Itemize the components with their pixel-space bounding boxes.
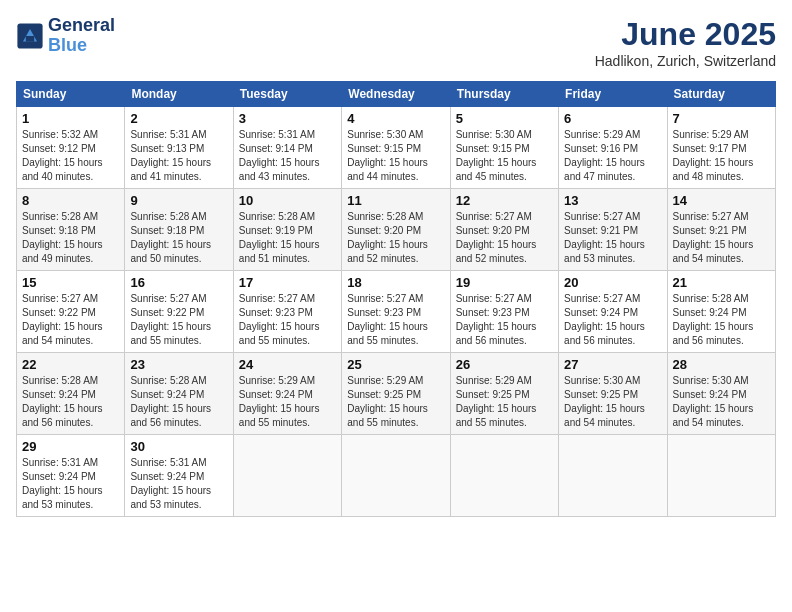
calendar-cell: 1Sunrise: 5:32 AM Sunset: 9:12 PM Daylig…: [17, 107, 125, 189]
day-number: 24: [239, 357, 336, 372]
day-number: 25: [347, 357, 444, 372]
logo-icon: [16, 22, 44, 50]
day-number: 13: [564, 193, 661, 208]
day-number: 21: [673, 275, 770, 290]
calendar-cell: [342, 435, 450, 517]
day-info: Sunrise: 5:28 AM Sunset: 9:24 PM Dayligh…: [130, 374, 227, 430]
day-info: Sunrise: 5:27 AM Sunset: 9:23 PM Dayligh…: [456, 292, 553, 348]
day-number: 9: [130, 193, 227, 208]
logo: General Blue: [16, 16, 115, 56]
calendar-table: SundayMondayTuesdayWednesdayThursdayFrid…: [16, 81, 776, 517]
calendar-cell: 27Sunrise: 5:30 AM Sunset: 9:25 PM Dayli…: [559, 353, 667, 435]
calendar-cell: 20Sunrise: 5:27 AM Sunset: 9:24 PM Dayli…: [559, 271, 667, 353]
calendar-cell: 23Sunrise: 5:28 AM Sunset: 9:24 PM Dayli…: [125, 353, 233, 435]
day-number: 17: [239, 275, 336, 290]
day-number: 22: [22, 357, 119, 372]
day-info: Sunrise: 5:29 AM Sunset: 9:25 PM Dayligh…: [456, 374, 553, 430]
day-number: 18: [347, 275, 444, 290]
day-info: Sunrise: 5:29 AM Sunset: 9:25 PM Dayligh…: [347, 374, 444, 430]
calendar-cell: 25Sunrise: 5:29 AM Sunset: 9:25 PM Dayli…: [342, 353, 450, 435]
calendar-cell: [667, 435, 775, 517]
calendar-cell: 14Sunrise: 5:27 AM Sunset: 9:21 PM Dayli…: [667, 189, 775, 271]
day-number: 12: [456, 193, 553, 208]
day-number: 16: [130, 275, 227, 290]
day-number: 14: [673, 193, 770, 208]
day-number: 1: [22, 111, 119, 126]
page-header: General Blue June 2025 Hadlikon, Zurich,…: [16, 16, 776, 69]
day-number: 11: [347, 193, 444, 208]
calendar-cell: 11Sunrise: 5:28 AM Sunset: 9:20 PM Dayli…: [342, 189, 450, 271]
day-info: Sunrise: 5:30 AM Sunset: 9:24 PM Dayligh…: [673, 374, 770, 430]
calendar-cell: [559, 435, 667, 517]
weekday-header-wednesday: Wednesday: [342, 82, 450, 107]
calendar-cell: 16Sunrise: 5:27 AM Sunset: 9:22 PM Dayli…: [125, 271, 233, 353]
day-info: Sunrise: 5:27 AM Sunset: 9:23 PM Dayligh…: [347, 292, 444, 348]
calendar-cell: 29Sunrise: 5:31 AM Sunset: 9:24 PM Dayli…: [17, 435, 125, 517]
day-info: Sunrise: 5:27 AM Sunset: 9:22 PM Dayligh…: [130, 292, 227, 348]
calendar-cell: 18Sunrise: 5:27 AM Sunset: 9:23 PM Dayli…: [342, 271, 450, 353]
calendar-week-5: 29Sunrise: 5:31 AM Sunset: 9:24 PM Dayli…: [17, 435, 776, 517]
calendar-week-1: 1Sunrise: 5:32 AM Sunset: 9:12 PM Daylig…: [17, 107, 776, 189]
day-info: Sunrise: 5:28 AM Sunset: 9:18 PM Dayligh…: [22, 210, 119, 266]
day-number: 15: [22, 275, 119, 290]
day-number: 20: [564, 275, 661, 290]
day-number: 3: [239, 111, 336, 126]
day-number: 27: [564, 357, 661, 372]
logo-line1: General: [48, 16, 115, 36]
calendar-cell: 19Sunrise: 5:27 AM Sunset: 9:23 PM Dayli…: [450, 271, 558, 353]
logo-line2: Blue: [48, 36, 115, 56]
calendar-cell: 7Sunrise: 5:29 AM Sunset: 9:17 PM Daylig…: [667, 107, 775, 189]
calendar-cell: 30Sunrise: 5:31 AM Sunset: 9:24 PM Dayli…: [125, 435, 233, 517]
calendar-subtitle: Hadlikon, Zurich, Switzerland: [595, 53, 776, 69]
day-number: 10: [239, 193, 336, 208]
day-number: 30: [130, 439, 227, 454]
calendar-cell: 28Sunrise: 5:30 AM Sunset: 9:24 PM Dayli…: [667, 353, 775, 435]
day-number: 26: [456, 357, 553, 372]
day-info: Sunrise: 5:28 AM Sunset: 9:24 PM Dayligh…: [22, 374, 119, 430]
day-info: Sunrise: 5:29 AM Sunset: 9:24 PM Dayligh…: [239, 374, 336, 430]
day-number: 7: [673, 111, 770, 126]
calendar-cell: 24Sunrise: 5:29 AM Sunset: 9:24 PM Dayli…: [233, 353, 341, 435]
day-info: Sunrise: 5:31 AM Sunset: 9:24 PM Dayligh…: [22, 456, 119, 512]
calendar-cell: 12Sunrise: 5:27 AM Sunset: 9:20 PM Dayli…: [450, 189, 558, 271]
weekday-header-saturday: Saturday: [667, 82, 775, 107]
day-info: Sunrise: 5:27 AM Sunset: 9:20 PM Dayligh…: [456, 210, 553, 266]
calendar-cell: 6Sunrise: 5:29 AM Sunset: 9:16 PM Daylig…: [559, 107, 667, 189]
calendar-cell: [450, 435, 558, 517]
day-info: Sunrise: 5:31 AM Sunset: 9:13 PM Dayligh…: [130, 128, 227, 184]
weekday-header-thursday: Thursday: [450, 82, 558, 107]
day-info: Sunrise: 5:28 AM Sunset: 9:18 PM Dayligh…: [130, 210, 227, 266]
day-number: 28: [673, 357, 770, 372]
calendar-title: June 2025: [595, 16, 776, 53]
calendar-cell: [233, 435, 341, 517]
calendar-cell: 5Sunrise: 5:30 AM Sunset: 9:15 PM Daylig…: [450, 107, 558, 189]
day-info: Sunrise: 5:27 AM Sunset: 9:24 PM Dayligh…: [564, 292, 661, 348]
day-info: Sunrise: 5:29 AM Sunset: 9:17 PM Dayligh…: [673, 128, 770, 184]
day-info: Sunrise: 5:27 AM Sunset: 9:22 PM Dayligh…: [22, 292, 119, 348]
day-number: 4: [347, 111, 444, 126]
day-info: Sunrise: 5:27 AM Sunset: 9:23 PM Dayligh…: [239, 292, 336, 348]
calendar-cell: 22Sunrise: 5:28 AM Sunset: 9:24 PM Dayli…: [17, 353, 125, 435]
day-info: Sunrise: 5:30 AM Sunset: 9:15 PM Dayligh…: [347, 128, 444, 184]
calendar-cell: 3Sunrise: 5:31 AM Sunset: 9:14 PM Daylig…: [233, 107, 341, 189]
weekday-header-tuesday: Tuesday: [233, 82, 341, 107]
day-info: Sunrise: 5:27 AM Sunset: 9:21 PM Dayligh…: [564, 210, 661, 266]
title-block: June 2025 Hadlikon, Zurich, Switzerland: [595, 16, 776, 69]
calendar-week-4: 22Sunrise: 5:28 AM Sunset: 9:24 PM Dayli…: [17, 353, 776, 435]
calendar-cell: 9Sunrise: 5:28 AM Sunset: 9:18 PM Daylig…: [125, 189, 233, 271]
calendar-cell: 10Sunrise: 5:28 AM Sunset: 9:19 PM Dayli…: [233, 189, 341, 271]
weekday-header-sunday: Sunday: [17, 82, 125, 107]
day-number: 23: [130, 357, 227, 372]
day-info: Sunrise: 5:27 AM Sunset: 9:21 PM Dayligh…: [673, 210, 770, 266]
calendar-cell: 15Sunrise: 5:27 AM Sunset: 9:22 PM Dayli…: [17, 271, 125, 353]
day-info: Sunrise: 5:31 AM Sunset: 9:24 PM Dayligh…: [130, 456, 227, 512]
day-info: Sunrise: 5:31 AM Sunset: 9:14 PM Dayligh…: [239, 128, 336, 184]
day-number: 6: [564, 111, 661, 126]
calendar-cell: 8Sunrise: 5:28 AM Sunset: 9:18 PM Daylig…: [17, 189, 125, 271]
day-number: 5: [456, 111, 553, 126]
calendar-cell: 21Sunrise: 5:28 AM Sunset: 9:24 PM Dayli…: [667, 271, 775, 353]
day-info: Sunrise: 5:28 AM Sunset: 9:19 PM Dayligh…: [239, 210, 336, 266]
svg-rect-2: [26, 36, 34, 42]
day-info: Sunrise: 5:28 AM Sunset: 9:24 PM Dayligh…: [673, 292, 770, 348]
day-info: Sunrise: 5:29 AM Sunset: 9:16 PM Dayligh…: [564, 128, 661, 184]
